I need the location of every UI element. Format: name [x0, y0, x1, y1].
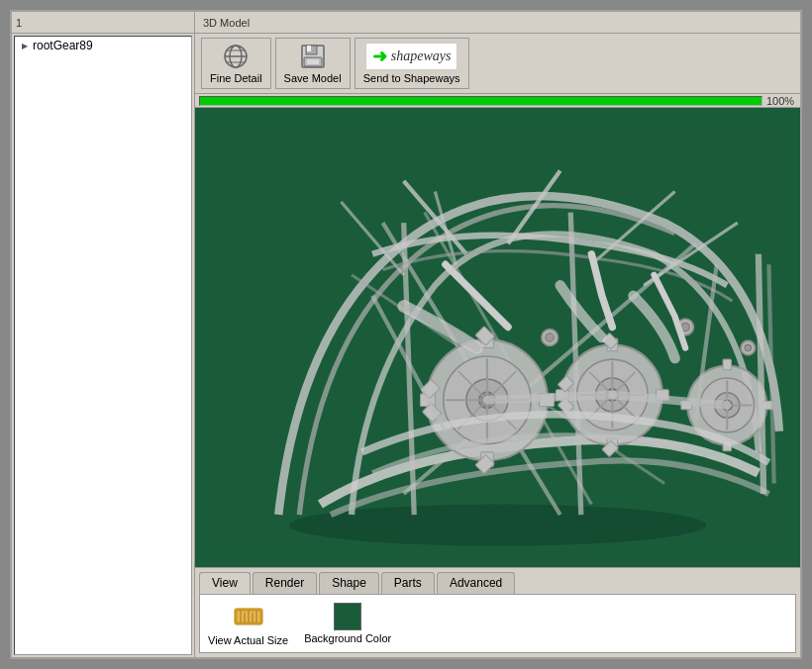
viewport[interactable]: [195, 108, 800, 567]
disk-icon: [299, 43, 327, 70]
tree-item-label: rootGear89: [33, 39, 93, 52]
progress-label: 100%: [766, 95, 796, 107]
tree-body: ▶ rootGear89: [14, 36, 192, 655]
progress-bar-fill: [200, 97, 761, 105]
save-model-button[interactable]: Save Model: [275, 38, 351, 89]
tabs-row: View Render Shape Parts Advanced: [195, 568, 800, 594]
shapeways-badge: ➜ shapeways: [365, 43, 458, 70]
progress-bar-container: 100%: [195, 94, 800, 108]
progress-bar-track: [199, 96, 762, 106]
tab-content-view: View Actual Size Background Color: [199, 594, 796, 653]
background-color-control[interactable]: Background Color: [304, 603, 391, 644]
tab-parts[interactable]: Parts: [381, 572, 435, 594]
left-panel: 1 ▶ rootGear89: [12, 12, 195, 657]
fine-detail-label: Fine Detail: [210, 72, 262, 84]
globe-icon: [222, 43, 250, 70]
svg-rect-9: [307, 59, 319, 64]
view-actual-size-label: View Actual Size: [208, 634, 288, 646]
shapeways-text: shapeways: [391, 48, 452, 64]
background-color-label: Background Color: [304, 632, 391, 644]
3d-model-svg: [195, 108, 800, 567]
tab-shape[interactable]: Shape: [319, 572, 379, 594]
tab-advanced[interactable]: Advanced: [437, 572, 515, 594]
send-to-shapeways-button[interactable]: ➜ shapeways Send to Shapeways: [355, 38, 469, 89]
view-actual-size-control: View Actual Size: [208, 601, 288, 646]
viewport-3d: [195, 108, 800, 567]
right-panel: 3D Model Fine Detail: [195, 12, 800, 657]
tab-render[interactable]: Render: [253, 572, 317, 594]
svg-rect-7: [307, 46, 311, 51]
tree-header-label: 1: [16, 17, 22, 29]
send-to-shapeways-label: Send to Shapeways: [363, 72, 460, 84]
view-actual-size-icon: [233, 601, 264, 632]
svg-point-61: [546, 334, 554, 341]
tree-arrow-icon: ▶: [19, 40, 31, 51]
main-area: 1 ▶ rootGear89 3D Model: [12, 12, 800, 657]
background-color-swatch[interactable]: [334, 603, 361, 630]
svg-rect-54: [723, 359, 731, 370]
svg-point-65: [745, 344, 751, 350]
shapeways-arrow-icon: ➜: [372, 46, 387, 67]
right-panel-header: 3D Model: [195, 12, 800, 34]
tab-view[interactable]: View: [199, 572, 251, 594]
fine-detail-button[interactable]: Fine Detail: [201, 38, 271, 89]
app-window: 1 ▶ rootGear89 3D Model: [10, 10, 802, 659]
tree-header: 1: [12, 12, 194, 34]
toolbar: Fine Detail Save Model ➜: [195, 34, 800, 94]
tabs-panel: View Render Shape Parts Advanced: [195, 567, 800, 657]
tree-item-rootgear89[interactable]: ▶ rootGear89: [15, 37, 191, 54]
save-model-label: Save Model: [284, 72, 342, 84]
panel-title: 3D Model: [203, 17, 250, 29]
